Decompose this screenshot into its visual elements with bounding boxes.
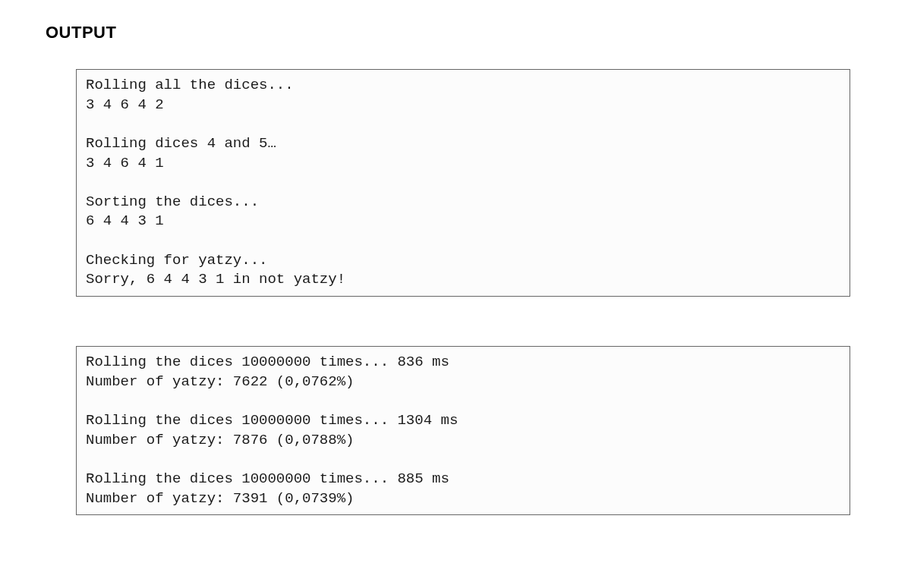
spacer <box>46 297 865 346</box>
section-heading: OUTPUT <box>46 23 865 42</box>
output-block-2: Rolling the dices 10000000 times... 836 … <box>76 346 850 515</box>
output-block-1: Rolling all the dices... 3 4 6 4 2 Rolli… <box>76 69 850 297</box>
